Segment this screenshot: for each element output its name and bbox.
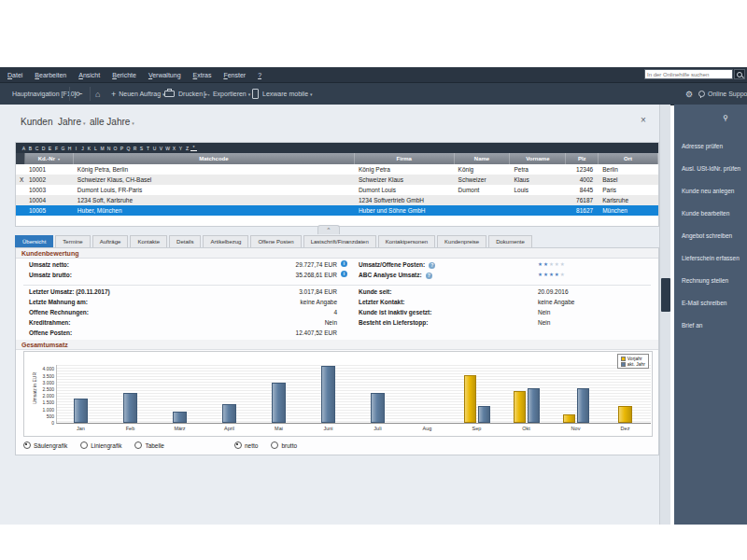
alphabet-letter-F[interactable]: F (53, 146, 60, 151)
sidebar-action-kunde-bearbeiten[interactable]: Kunde bearbeiten (682, 209, 740, 231)
online-help-search-input[interactable] (644, 69, 733, 79)
tab-dokumente[interactable]: Dokumente (488, 235, 532, 248)
column-header-vorname[interactable]: Vorname (510, 153, 566, 164)
online-support-button[interactable]: Online Support (698, 83, 747, 105)
menu-item-?[interactable]: ? (258, 72, 261, 78)
alphabet-letter-B[interactable]: B (27, 146, 34, 151)
drucken-button[interactable]: Drucken▾ (164, 83, 207, 105)
alphabet-letter-G[interactable]: G (60, 146, 66, 151)
column-header-marker[interactable] (16, 153, 25, 164)
radio-tabelle[interactable]: Tabelle (134, 441, 164, 449)
info-icon[interactable]: i (341, 271, 347, 277)
radio-label: Tabelle (145, 442, 164, 449)
column-header-matchcode[interactable]: Matchcode (74, 153, 355, 164)
lexware-mobile-button[interactable]: Lexware mobile▾ (252, 83, 313, 105)
help-icon[interactable]: ? (429, 262, 435, 269)
alphabet-letter-V[interactable]: V (158, 146, 164, 151)
alphabet-letter-O[interactable]: O (112, 146, 119, 151)
alphabet-letter-A[interactable]: A (21, 146, 27, 151)
sidebar-pin-icon[interactable]: ⚲ (723, 114, 728, 122)
column-header-name[interactable]: Name (455, 153, 511, 164)
alle-jahre-dropdown[interactable]: alle Jahre▾ (90, 117, 134, 127)
sidebar-action-rechnung-stellen[interactable]: Rechnung stellen (682, 276, 740, 299)
menu-item-datei[interactable]: Datei (7, 72, 22, 78)
column-header-plz[interactable]: Plz (566, 153, 599, 164)
sidebar-action-adresse-pr-fen[interactable]: Adresse prüfen (682, 142, 740, 164)
sidebar-action-ausl--ust-idnr--pr-fen[interactable]: Ausl. USt-IdNr. prüfen (682, 164, 740, 187)
help-icon[interactable]: ? (426, 273, 432, 279)
close-icon[interactable]: × (641, 115, 646, 125)
alphabet-letter-Y[interactable]: Y (177, 146, 184, 151)
alphabet-letter-C[interactable]: C (34, 146, 40, 151)
radio-brutto[interactable]: brutto (271, 441, 297, 449)
alphabet-letter-W[interactable]: W (164, 146, 171, 151)
alphabet-letter-U[interactable]: U (151, 146, 158, 151)
pin-button[interactable]: ⚲ (77, 83, 82, 105)
x-axis-label: Juni (303, 426, 353, 431)
tab-kundenpreise[interactable]: Kundenpreise (437, 235, 486, 248)
sidebar-action-brief-an[interactable]: Brief an (682, 321, 740, 343)
alphabet-letter-P[interactable]: P (119, 146, 125, 151)
menu-item-fenster[interactable]: Fenster (223, 72, 246, 78)
tab-artikelbezug[interactable]: Artikelbezug (203, 235, 248, 248)
alphabet-letter-N[interactable]: N (106, 146, 112, 151)
menu-item-bearbeiten[interactable]: Bearbeiten (35, 72, 66, 78)
alphabet-letter-Z[interactable]: Z (184, 146, 190, 151)
alphabet-letter-L[interactable]: L (92, 146, 99, 151)
table-row[interactable]: 100041234 Soft, Karlsruhe1234 Softvertri… (16, 195, 658, 205)
search-button[interactable] (734, 69, 745, 79)
alphabet-letter-X[interactable]: X (171, 146, 177, 151)
menu-item-ansicht[interactable]: Ansicht (78, 72, 100, 78)
column-header-firma[interactable]: Firma (355, 153, 455, 164)
menu-item-extras[interactable]: Extras (193, 72, 212, 78)
radio-sulengrafik[interactable]: Säulengrafik (23, 441, 67, 449)
exportieren-button[interactable]: [→ Exportieren▾ (204, 83, 250, 105)
hauptnavigation-button[interactable]: Hauptnavigation [F10] (12, 83, 77, 105)
column-header-ort[interactable]: Ort (599, 153, 658, 164)
cell-vorname (510, 195, 566, 205)
sidebar-action-angebot-schreiben[interactable]: Angebot schreiben (682, 231, 740, 254)
tab-termine[interactable]: Termine (55, 235, 90, 248)
divider (23, 285, 651, 286)
alphabet-letter-Q[interactable]: Q (125, 146, 132, 151)
scrollbar-thumb[interactable] (661, 278, 670, 312)
sidebar-action-e-mail-schreiben[interactable]: E-Mail schreiben (682, 299, 740, 321)
tab-auftr-ge[interactable]: Aufträge (92, 235, 129, 248)
alphabet-letter-D[interactable]: D (40, 146, 47, 151)
collapse-list-button[interactable]: ^ (317, 225, 340, 234)
settings-button[interactable]: ⚙ (685, 83, 693, 105)
table-row[interactable]: 10001König Petra, BerlinKönig PetraKönig… (16, 164, 658, 175)
alphabet-letter-*[interactable]: * (190, 145, 197, 151)
tab--bersicht[interactable]: Übersicht (15, 235, 53, 248)
home-button[interactable]: ⌂ (95, 83, 100, 105)
alphabet-letter-J[interactable]: J (79, 146, 86, 151)
alphabet-letter-M[interactable]: M (99, 146, 106, 151)
tab-details[interactable]: Details (169, 235, 201, 248)
vertical-scrollbar[interactable] (659, 105, 670, 525)
info-icon[interactable]: i (341, 260, 347, 267)
alphabet-letter-I[interactable]: I (73, 146, 79, 151)
tab-kontakte[interactable]: Kontakte (130, 235, 167, 248)
table-row[interactable]: 10003Dumont Louis, FR-ParisDumont LouisD… (16, 185, 658, 195)
sidebar-action-kunde-neu-anlegen[interactable]: Kunde neu anlegen (682, 187, 740, 209)
neuer-auftrag-button[interactable]: + Neuen Auftrag▾ (111, 83, 165, 105)
alphabet-letter-S[interactable]: S (138, 146, 145, 151)
tab-lastschrift-finanzdaten[interactable]: Lastschrift/Finanzdaten (303, 235, 376, 248)
alphabet-letter-K[interactable]: K (86, 146, 92, 151)
jahre-dropdown[interactable]: Jahre▾ (58, 117, 86, 127)
table-row[interactable]: 10005Huber, MünchenHuber und Söhne GmbH8… (16, 205, 658, 216)
menu-item-berichte[interactable]: Berichte (112, 72, 136, 78)
alphabet-letter-H[interactable]: H (66, 146, 73, 151)
alphabet-letter-T[interactable]: T (145, 146, 151, 151)
radio-liniengrafik[interactable]: Liniengrafik (80, 441, 121, 449)
alphabet-letter-E[interactable]: E (47, 146, 53, 151)
column-header-kdnr[interactable]: Kd.-Nr▾ (25, 153, 74, 164)
menu-item-verwaltung[interactable]: Verwaltung (148, 72, 181, 78)
cell-kdnr: 10003 (25, 185, 74, 195)
table-row[interactable]: X10002Schweizer Klaus, CH-BaselSchweizer… (16, 175, 658, 185)
tab-offene-posten[interactable]: Offene Posten (250, 235, 301, 248)
tab-kontaktpersonen[interactable]: Kontaktpersonen (378, 235, 435, 248)
radio-netto[interactable]: netto (234, 441, 258, 449)
sidebar-action-lieferschein-erfassen[interactable]: Lieferschein erfassen (682, 254, 740, 276)
alphabet-letter-R[interactable]: R (132, 146, 138, 151)
